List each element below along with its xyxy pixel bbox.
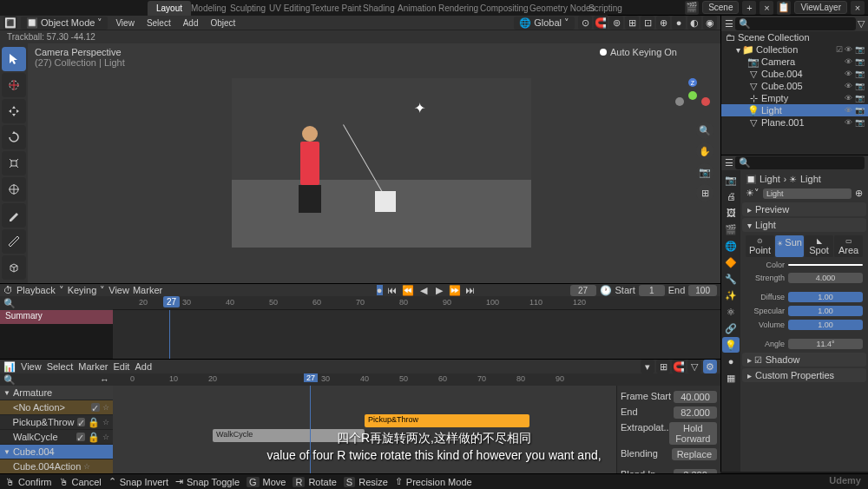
tool-add-cube[interactable] [2, 255, 26, 280]
viewport-3d[interactable]: Camera Perspective (27) Collection | Lig… [28, 43, 720, 283]
jump-start-icon[interactable]: ⏮ [386, 284, 398, 296]
playhead-frame[interactable]: 27 [163, 296, 180, 307]
tool-measure[interactable] [2, 229, 26, 254]
tool-cursor[interactable] [2, 73, 26, 97]
nla-row-armature[interactable]: ▼Armature [0, 386, 113, 400]
tool-annotate[interactable] [2, 203, 26, 228]
strength-field[interactable]: 4.000 [788, 273, 863, 283]
props-tab-texture[interactable]: ▦ [722, 370, 740, 386]
autokey-toggle[interactable]: ● [377, 285, 383, 295]
blending-dropdown[interactable]: Replace [672, 448, 717, 460]
menu-file[interactable]: File [21, 1, 50, 15]
props-tab-physics[interactable]: ⚛ [722, 304, 740, 320]
outliner-cube005[interactable]: ▽Cube.005 👁 📷 [721, 80, 868, 92]
props-tab-viewlayer[interactable]: 🖼 [722, 205, 740, 221]
section-custom-props[interactable]: ▸ Custom Properties [742, 368, 866, 382]
light-new-icon[interactable]: ⊕ [855, 188, 863, 199]
keyframe-next-icon[interactable]: ⏩ [449, 284, 461, 296]
nla-icon-1[interactable]: ▾ [641, 360, 654, 373]
props-tab-scene[interactable]: 🎬 [722, 221, 740, 237]
shading-wire-icon[interactable]: ⊕ [656, 16, 670, 30]
scene-name-field[interactable]: Scene [702, 1, 739, 14]
scene-delete-icon[interactable]: × [760, 1, 773, 15]
nav-gizmo[interactable]: Z [675, 78, 710, 113]
viewport-menu-object[interactable]: Object [206, 18, 240, 28]
specular-field[interactable]: 1.00 [788, 306, 863, 316]
section-preview[interactable]: ▸ Preview [742, 202, 866, 216]
outliner-search[interactable]: 🔍 [735, 17, 856, 30]
overlay-icon[interactable]: ⊞ [625, 16, 639, 30]
viewport-menu-view[interactable]: View [111, 18, 139, 28]
timeline-search-icon[interactable]: 🔍 [3, 298, 16, 309]
frame-start-field[interactable]: 40.000 [674, 391, 717, 403]
menu-render[interactable]: Render [81, 1, 126, 15]
editor-type-icon[interactable]: 🔳 [3, 16, 17, 30]
extrapolate-dropdown[interactable]: Hold Forward [669, 422, 717, 445]
tool-move[interactable] [2, 99, 26, 123]
viewlayer-delete-icon[interactable]: × [851, 1, 865, 15]
nla-edit[interactable]: Edit [113, 361, 129, 372]
color-field[interactable] [788, 264, 863, 266]
outliner-scene-collection[interactable]: 🗀Scene Collection [721, 31, 868, 43]
nla-row-pickup[interactable]: Pickup&Throw✓🔒☆ [0, 415, 113, 430]
xray-icon[interactable]: ⊡ [641, 16, 654, 30]
nla-row-cube004[interactable]: ▼Cube.004 [0, 445, 113, 459]
scene-icon[interactable]: 🎬 [685, 1, 699, 15]
viewport-menu-select[interactable]: Select [142, 18, 175, 28]
outliner-filter-icon[interactable]: ▽ [858, 18, 865, 30]
light-datablock[interactable]: Light [763, 188, 852, 199]
nla-row-noaction[interactable]: <No Action>✓☆ [0, 400, 113, 415]
tool-rotate[interactable] [2, 125, 26, 149]
summary-row[interactable]: Summary [0, 310, 113, 324]
props-tab-render[interactable]: 📷 [722, 172, 740, 188]
props-tab-modifiers[interactable]: 🔧 [722, 271, 740, 287]
shading-rendered-icon[interactable]: ◉ [703, 16, 717, 30]
play-reverse-icon[interactable]: ◀ [418, 284, 430, 296]
props-tab-material[interactable]: ● [722, 354, 740, 369]
props-tab-object[interactable]: 🔶 [722, 254, 740, 270]
tool-transform[interactable] [2, 177, 26, 202]
nla-sidebar-toggle[interactable]: ⚙ [703, 360, 717, 373]
nav-camera-icon[interactable]: 📷 [696, 163, 713, 181]
timeline-keying[interactable]: Keying [68, 285, 97, 295]
volume-field[interactable]: 1.00 [788, 320, 863, 330]
start-frame-field[interactable]: 1 [639, 285, 665, 296]
nla-icon-2[interactable]: ⊞ [656, 360, 670, 373]
props-editor-icon[interactable]: ☰ [725, 157, 733, 169]
snap-icon[interactable]: 🧲 [594, 16, 608, 30]
nla-row-cube004action[interactable]: Cube.004Action☆ [0, 459, 113, 474]
nla-select[interactable]: Select [47, 361, 74, 372]
props-tab-constraints[interactable]: 🔗 [722, 320, 740, 336]
scene-new-icon[interactable]: + [742, 1, 756, 15]
nla-search-icon[interactable]: 🔍 [3, 374, 16, 386]
viewlayer-name-field[interactable]: ViewLayer [794, 1, 847, 14]
angle-field[interactable]: 11.4° [788, 339, 863, 349]
tab-scripting[interactable]: Scripting [580, 1, 631, 16]
nla-current-frame[interactable]: 27 [304, 373, 318, 382]
props-tab-world[interactable]: 🌐 [722, 238, 740, 254]
nla-strip-pickup[interactable]: Pickup&Throw [365, 414, 529, 427]
pivot-icon[interactable]: ⊙ [578, 16, 592, 30]
play-icon[interactable]: ▶ [433, 284, 445, 296]
props-tab-output[interactable]: 🖨 [722, 188, 740, 204]
keyframe-prev-icon[interactable]: ⏪ [402, 284, 414, 296]
timeline-editor-icon[interactable]: ⏱ [3, 285, 13, 295]
nla-add[interactable]: Add [135, 361, 152, 372]
tool-select[interactable] [2, 47, 26, 71]
section-light[interactable]: ▾ Light [742, 218, 866, 232]
nav-pan-icon[interactable]: ✋ [696, 142, 713, 160]
props-search[interactable]: 🔍 [735, 156, 865, 169]
tool-scale[interactable] [2, 151, 26, 175]
light-type-point[interactable]: ⊙ Point [746, 235, 774, 257]
nla-view[interactable]: View [21, 361, 42, 372]
outliner-collection[interactable]: ▾📁Collection ☑ 👁 📷 [721, 43, 868, 56]
light-type-area[interactable]: ▭ Area [834, 235, 863, 257]
nav-zoom-icon[interactable]: 🔍 [696, 122, 713, 139]
outliner-light[interactable]: 💡Light 👁 📷 [721, 104, 868, 116]
light-type-spot[interactable]: ◣ Spot [805, 235, 833, 257]
outliner-editor-icon[interactable]: ☰ [725, 18, 733, 30]
nav-perspective-icon[interactable]: ⊞ [696, 184, 713, 202]
shading-solid-icon[interactable]: ● [672, 16, 686, 30]
current-frame-field[interactable]: 27 [570, 285, 596, 296]
props-tab-particles[interactable]: ✨ [722, 287, 740, 303]
